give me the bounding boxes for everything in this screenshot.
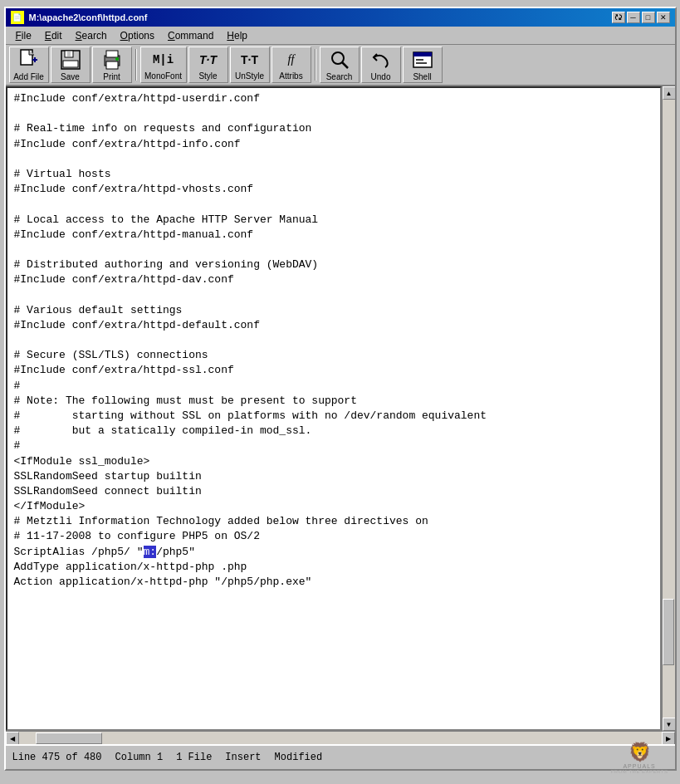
search-icon bbox=[328, 49, 351, 71]
highlight-m: m: bbox=[144, 546, 157, 558]
svg-line-12 bbox=[342, 62, 348, 68]
scroll-h-thumb[interactable] bbox=[36, 733, 102, 744]
toolbar: Add File Save Pr bbox=[6, 45, 675, 86]
title-buttons: 🗘 ─ □ ✕ bbox=[612, 12, 670, 23]
scroll-up-button[interactable]: ▲ bbox=[663, 86, 675, 100]
save-button[interactable]: Save bbox=[51, 47, 91, 83]
svg-rect-6 bbox=[67, 51, 71, 56]
watermark-sub: FROM THE EXPERTS bbox=[611, 769, 668, 774]
line-info: Line 475 of 480 bbox=[12, 752, 102, 763]
print-icon bbox=[100, 49, 124, 71]
watermark: 🦁 APPUALS FROM THE EXPERTS bbox=[611, 742, 668, 774]
menu-options[interactable]: Options bbox=[114, 28, 161, 43]
editor-content[interactable]: #Include conf/extra/httpd-userdir.conf #… bbox=[7, 88, 660, 729]
save-label: Save bbox=[61, 72, 80, 81]
undo-button[interactable]: Undo bbox=[361, 47, 401, 83]
style-icon: T·T bbox=[197, 49, 220, 70]
search-label: Search bbox=[326, 72, 353, 81]
undo-icon bbox=[369, 49, 393, 71]
content-area: #Include conf/extra/httpd-userdir.conf #… bbox=[6, 86, 675, 731]
style-button[interactable]: T·T Style bbox=[188, 47, 228, 83]
scroll-thumb[interactable] bbox=[663, 599, 674, 665]
scroll-left-button[interactable]: ◀ bbox=[6, 732, 19, 745]
app-icon: 📄 bbox=[11, 11, 24, 24]
minimize-button[interactable]: ─ bbox=[627, 12, 640, 23]
add-file-label: Add File bbox=[13, 72, 44, 81]
undo-label: Undo bbox=[371, 72, 391, 81]
main-window: 📄 M:\apache2\conf\httpd.conf 🗘 ─ □ ✕ Fil… bbox=[4, 7, 677, 771]
style-label: Style bbox=[198, 71, 217, 81]
file-info: 1 File bbox=[176, 752, 212, 763]
vertical-scrollbar[interactable]: ▲ ▼ bbox=[662, 86, 675, 731]
scroll-h-track[interactable] bbox=[19, 732, 662, 744]
separator-2 bbox=[315, 49, 316, 81]
shell-button[interactable]: Shell bbox=[403, 47, 443, 83]
watermark-logo: 🦁 bbox=[629, 742, 651, 763]
shell-label: Shell bbox=[413, 72, 431, 81]
print-label: Print bbox=[103, 72, 120, 81]
svg-point-10 bbox=[115, 57, 119, 61]
mode-info: Insert bbox=[225, 752, 261, 763]
svg-point-11 bbox=[332, 52, 344, 64]
menu-help[interactable]: Help bbox=[220, 28, 254, 43]
title-bar-left: 📄 M:\apache2\conf\httpd.conf bbox=[11, 11, 148, 24]
svg-rect-8 bbox=[106, 51, 118, 57]
menu-bar: File Edit Search Options Command Help bbox=[6, 27, 675, 45]
unstyle-label: UnStyle bbox=[235, 71, 264, 81]
shell-icon bbox=[411, 49, 434, 71]
unstyle-icon: T·T bbox=[238, 49, 262, 70]
unstyle-button[interactable]: T·T UnStyle bbox=[230, 47, 270, 83]
monofont-button[interactable]: M|i MonoFont bbox=[140, 47, 187, 83]
restore-button[interactable]: 🗘 bbox=[612, 12, 625, 23]
column-info: Column 1 bbox=[115, 752, 164, 763]
add-file-button[interactable]: Add File bbox=[9, 47, 49, 83]
svg-rect-5 bbox=[63, 61, 78, 67]
window-title: M:\apache2\conf\httpd.conf bbox=[29, 12, 148, 22]
scroll-track[interactable] bbox=[663, 100, 675, 718]
attribs-button[interactable]: ff Attribs bbox=[272, 47, 311, 83]
attribs-icon: ff bbox=[280, 49, 303, 70]
svg-rect-9 bbox=[106, 61, 118, 69]
menu-edit[interactable]: Edit bbox=[38, 28, 69, 43]
editor[interactable]: #Include conf/extra/httpd-userdir.conf #… bbox=[6, 86, 662, 731]
menu-search[interactable]: Search bbox=[69, 28, 114, 43]
editor-wrapper: #Include conf/extra/httpd-userdir.conf #… bbox=[6, 86, 675, 731]
monofont-icon: M|i bbox=[152, 49, 175, 70]
menu-command[interactable]: Command bbox=[161, 28, 220, 43]
menu-file[interactable]: File bbox=[9, 28, 38, 43]
title-bar: 📄 M:\apache2\conf\httpd.conf 🗘 ─ □ ✕ bbox=[6, 8, 675, 27]
horizontal-scrollbar[interactable]: ◀ ▶ bbox=[6, 731, 675, 744]
attribs-label: Attribs bbox=[279, 71, 302, 81]
status-bar: Line 475 of 480 Column 1 1 File Insert M… bbox=[6, 744, 675, 769]
maximize-button[interactable]: □ bbox=[642, 12, 655, 23]
watermark-site: APPUALS bbox=[623, 763, 655, 769]
svg-rect-14 bbox=[413, 52, 432, 56]
monofont-label: MonoFont bbox=[144, 71, 182, 81]
search-button[interactable]: Search bbox=[320, 47, 360, 83]
save-icon bbox=[59, 49, 82, 71]
scroll-down-button[interactable]: ▼ bbox=[663, 718, 675, 731]
modified-info: Modified bbox=[275, 752, 323, 763]
add-file-icon bbox=[17, 49, 41, 71]
close-button[interactable]: ✕ bbox=[657, 12, 670, 23]
separator-1 bbox=[135, 49, 137, 81]
print-button[interactable]: Print bbox=[92, 47, 132, 83]
